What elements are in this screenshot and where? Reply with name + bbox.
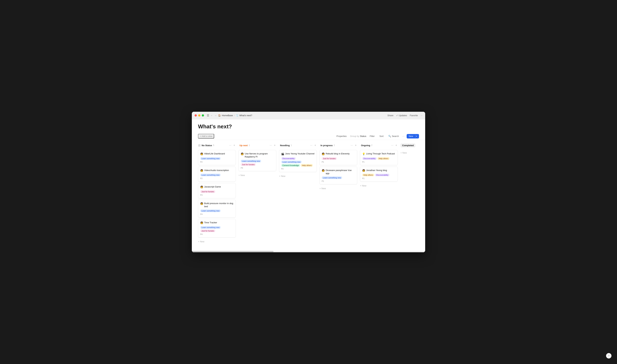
add-view-button[interactable]: + Add a view xyxy=(198,134,214,139)
share-button[interactable]: Share xyxy=(387,114,393,117)
tag-learn: Learn something new xyxy=(200,209,221,212)
add-new-in-progress[interactable]: + New xyxy=(319,186,357,190)
col-count-in-progress: 2 xyxy=(334,144,335,146)
tag-discover: Discoverability xyxy=(281,157,296,160)
col-add-noodling[interactable]: + xyxy=(314,143,317,147)
menu-icon[interactable]: ☰ xyxy=(207,114,209,117)
column-header-up-next: Up next1···+ xyxy=(238,143,276,148)
search-icon: 🔍 xyxy=(388,135,391,137)
add-new-up-next[interactable]: + New xyxy=(238,173,276,177)
sort-button[interactable]: Sort xyxy=(378,134,385,138)
add-new-no-status[interactable]: + New xyxy=(198,240,236,244)
card-priority: P2 xyxy=(200,161,233,163)
table-row[interactable]: 🎬Jono Yeong Youtube ChannelDiscoverabili… xyxy=(279,150,317,172)
card-priority: P1 xyxy=(322,161,355,163)
card-tags: Just for funsies xyxy=(200,190,233,193)
search-button[interactable]: 🔍 Search xyxy=(387,134,400,138)
minimize-button[interactable] xyxy=(198,114,200,117)
avatar: 🧑 xyxy=(200,221,203,225)
card-title-text: Jonathan Yeong blog xyxy=(366,169,387,172)
group-by-button[interactable]: Group by Status xyxy=(350,135,366,137)
card-priority: P1 xyxy=(362,161,396,163)
page-content: What's next? + Add a view Properties Gro… xyxy=(192,119,425,252)
avatar: 🧑 xyxy=(200,202,203,206)
breadcrumb-page[interactable]: What's next? xyxy=(239,114,252,117)
back-button[interactable]: ← xyxy=(210,114,213,117)
card-tags: DiscoverabilityLearn something newCement… xyxy=(281,157,315,167)
table-row[interactable]: 🧑Use Nerves to program Raspberry PiLearn… xyxy=(238,150,276,171)
table-row[interactable]: 🧑Diceware passphrase Vue appLearn someth… xyxy=(319,167,357,184)
properties-button[interactable]: Properties xyxy=(335,134,348,138)
add-new-completed[interactable]: + New xyxy=(400,151,425,155)
avatar: 🧑 xyxy=(200,185,203,189)
forward-button[interactable]: → xyxy=(214,114,217,117)
help-button[interactable]: ? xyxy=(606,353,612,359)
properties-label: Properties xyxy=(336,135,347,137)
scrollbar-thumb[interactable] xyxy=(192,251,274,252)
tag-help: Help others xyxy=(362,174,374,176)
col-add-up-next[interactable]: + xyxy=(273,143,276,147)
group-by-value: Status xyxy=(360,135,366,137)
avatar: 🧑 xyxy=(200,152,203,156)
col-add-no-status[interactable]: + xyxy=(233,143,236,147)
new-button[interactable]: New ▾ xyxy=(407,134,419,139)
table-row[interactable]: 🧑Albie/Life DashboardLearn something new… xyxy=(198,150,236,165)
card-priority: P4 xyxy=(241,167,274,169)
toolbar-more-button[interactable]: ··· xyxy=(402,135,405,138)
tag-funsies: Just for funsies xyxy=(322,157,337,160)
share-label: Share xyxy=(387,114,393,117)
col-more-up-next[interactable]: ··· xyxy=(269,143,273,147)
table-row[interactable]: 🧑Time TrackerLearn something newJust for… xyxy=(198,219,236,237)
checkmark-icon: ✓ xyxy=(396,114,398,117)
col-actions-in-progress: ···+ xyxy=(350,143,357,147)
card-tags: Learn something newJust for funsies xyxy=(200,226,233,232)
avatar: 🧑 xyxy=(241,152,244,156)
titlebar: ☰ ← → 🏠 HomeBase / 🗒️ What's next? Share… xyxy=(192,112,425,119)
avatar: 🧑 xyxy=(362,169,365,172)
col-more-noodling[interactable]: ··· xyxy=(309,143,313,147)
scrollbar[interactable] xyxy=(192,251,425,252)
table-row[interactable]: 🧑Rebuild blog in EleventyJust for funsie… xyxy=(319,150,357,165)
add-new-noodling[interactable]: + New xyxy=(279,174,317,178)
titlebar-nav: ☰ ← → xyxy=(207,114,217,117)
breadcrumb-page-icon: 🗒️ xyxy=(235,114,238,117)
col-more-no-status[interactable]: ··· xyxy=(228,143,232,147)
card-title-text: Albie/Life Dashboard xyxy=(204,152,225,155)
filter-label: Filter xyxy=(370,135,375,137)
breadcrumb-homebase[interactable]: HomeBase xyxy=(222,114,233,117)
col-icon-no-status: ⬜ xyxy=(198,144,201,146)
col-actions-noodling: ···+ xyxy=(309,143,317,147)
tag-funsies: Just for funsies xyxy=(200,230,215,232)
column-header-completed: Completed xyxy=(400,143,425,148)
table-row[interactable]: 💡Living Through Tech PodcastDiscoverabil… xyxy=(360,150,398,165)
filter-button[interactable]: Filter xyxy=(368,134,376,138)
col-add-ongoing[interactable]: + xyxy=(395,143,398,147)
col-title-in-progress: In progress xyxy=(320,144,333,147)
column-up-next: Up next1···+🧑Use Nerves to program Raspb… xyxy=(238,143,276,177)
tag-discover: Discoverability xyxy=(362,157,377,160)
chevron-down-icon[interactable]: ▾ xyxy=(416,135,417,137)
card-tags: Learn something new xyxy=(200,157,233,160)
add-new-ongoing[interactable]: + New xyxy=(360,184,398,188)
maximize-button[interactable] xyxy=(202,114,204,117)
col-title-up-next: Up next xyxy=(240,144,248,147)
tag-funsies: Just for funsies xyxy=(200,190,215,193)
col-more-in-progress[interactable]: ··· xyxy=(350,143,354,147)
card-tags: Learn something new xyxy=(200,174,233,176)
table-row[interactable]: 🧑Build pressure monitor in dog bedLearn … xyxy=(198,200,236,218)
close-button[interactable] xyxy=(194,114,197,117)
titlebar-more-button[interactable]: ··· xyxy=(421,114,423,117)
favorite-button[interactable]: Favorite xyxy=(410,114,418,117)
column-ongoing: Ongoing2···+💡Living Through Tech Podcast… xyxy=(360,143,398,188)
toolbar-right: Properties Group by Status Filter Sort 🔍… xyxy=(335,134,419,139)
col-add-in-progress[interactable]: + xyxy=(354,143,357,147)
updates-button[interactable]: ✓ Updates xyxy=(396,114,407,117)
table-row[interactable]: 🧑Jonathan Yeong blogHelp othersDiscovera… xyxy=(360,167,398,182)
col-title-ongoing: Ongoing xyxy=(361,144,370,147)
table-row[interactable]: 🧑Video/Audio transcriptionLearn somethin… xyxy=(198,167,236,182)
avatar: 💡 xyxy=(362,152,365,156)
col-more-ongoing[interactable]: ··· xyxy=(390,143,394,147)
card-priority: P4 xyxy=(200,233,233,235)
table-row[interactable]: 🧑Javascript GameJust for funsiesP4 xyxy=(198,183,236,198)
card-title-text: Jono Yeong Youtube Channel xyxy=(285,152,315,155)
